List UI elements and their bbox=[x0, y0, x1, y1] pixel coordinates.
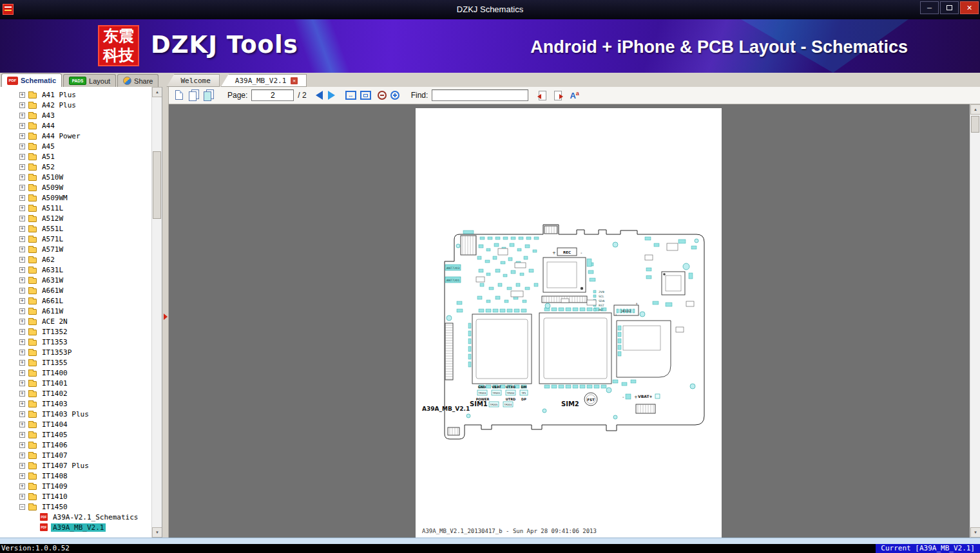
expand-icon[interactable]: + bbox=[19, 185, 25, 191]
tree-item-folder[interactable]: +IT1401 bbox=[0, 378, 151, 388]
maximize-button[interactable] bbox=[940, 1, 959, 14]
tree-item-folder[interactable]: +A611W bbox=[0, 306, 151, 316]
expand-icon[interactable]: + bbox=[19, 360, 25, 366]
viewer-scrollbar[interactable]: ▲ ▼ bbox=[970, 104, 980, 538]
zoom-out-icon[interactable] bbox=[378, 91, 387, 100]
tree-item-folder[interactable]: +A42 Plus bbox=[0, 100, 151, 110]
tree-item-folder[interactable]: +IT1407 Plus bbox=[0, 460, 151, 471]
expand-icon[interactable]: + bbox=[19, 133, 25, 139]
find-next-icon[interactable] bbox=[554, 91, 562, 100]
tree-item-folder[interactable]: +IT1400 bbox=[0, 368, 151, 378]
expand-icon[interactable]: + bbox=[19, 380, 25, 386]
tree-item-pdf[interactable]: PDFA39A-V2.1_Schematics bbox=[0, 512, 151, 522]
tree-item-folder[interactable]: +IT1403 bbox=[0, 398, 151, 409]
tree-item-folder[interactable]: +IT1355 bbox=[0, 357, 151, 368]
expand-icon[interactable]: + bbox=[19, 113, 25, 118]
tree-item-folder[interactable]: +IT1407 bbox=[0, 450, 151, 460]
minimize-button[interactable]: ─ bbox=[920, 1, 939, 14]
scroll-down-icon[interactable]: ▼ bbox=[152, 527, 162, 538]
tree-item-folder[interactable]: +A509W bbox=[0, 182, 151, 192]
scroll-up-icon[interactable]: ▲ bbox=[152, 87, 162, 97]
tree-item-folder[interactable]: +A52 bbox=[0, 162, 151, 172]
tree-item-folder[interactable]: +IT1409 bbox=[0, 481, 151, 491]
sidebar-scrollbar[interactable]: ▲ ▼ bbox=[151, 87, 162, 538]
expand-icon[interactable]: + bbox=[19, 432, 25, 438]
tab-layout[interactable]: PADS Layout bbox=[63, 74, 116, 87]
tab-share[interactable]: Share bbox=[117, 74, 159, 87]
tree-item-folder[interactable]: −IT1450 bbox=[0, 501, 151, 512]
doc-tab-a39a[interactable]: A39A_MB_V2.1 ✕ bbox=[221, 74, 307, 87]
close-button[interactable]: ✕ bbox=[960, 1, 979, 14]
expand-icon[interactable]: + bbox=[19, 483, 25, 489]
expand-icon[interactable]: + bbox=[19, 401, 25, 407]
expand-icon[interactable]: + bbox=[19, 195, 25, 201]
scrollbar-thumb[interactable] bbox=[153, 151, 161, 219]
expand-icon[interactable]: + bbox=[19, 319, 25, 324]
tree-item-folder[interactable]: +A45 bbox=[0, 141, 151, 151]
sidebar-splitter[interactable] bbox=[162, 87, 169, 538]
tree-item-folder[interactable]: +A571W bbox=[0, 244, 151, 254]
zoom-in-icon[interactable] bbox=[390, 91, 399, 100]
expand-icon[interactable]: + bbox=[19, 422, 25, 427]
expand-icon[interactable]: + bbox=[19, 463, 25, 469]
expand-icon[interactable]: + bbox=[19, 277, 25, 283]
tree-item-folder[interactable]: +IT1352 bbox=[0, 326, 151, 337]
scroll-up-icon[interactable]: ▲ bbox=[970, 104, 980, 115]
expand-icon[interactable]: + bbox=[19, 226, 25, 232]
tree-item-pdf[interactable]: PDFA39A_MB_V2.1 bbox=[0, 522, 151, 532]
tab-schematic[interactable]: PDF Schematic bbox=[1, 73, 62, 87]
expand-icon[interactable]: + bbox=[19, 174, 25, 180]
expand-icon[interactable]: + bbox=[19, 92, 25, 98]
tree-item-folder[interactable]: +A510W bbox=[0, 172, 151, 182]
tree-item-folder[interactable]: +A62 bbox=[0, 254, 151, 265]
find-input[interactable] bbox=[432, 89, 528, 101]
expand-icon[interactable]: + bbox=[19, 216, 25, 221]
tree-item-folder[interactable]: +IT1406 bbox=[0, 440, 151, 450]
expand-icon[interactable]: + bbox=[19, 298, 25, 304]
tree-item-folder[interactable]: +A512W bbox=[0, 213, 151, 223]
expand-icon[interactable]: + bbox=[19, 494, 25, 500]
tree-item-folder[interactable]: +A571L bbox=[0, 234, 151, 244]
expand-icon[interactable]: + bbox=[19, 288, 25, 294]
tree-item-folder[interactable]: +A511L bbox=[0, 203, 151, 213]
tree-item-folder[interactable]: +A44 Power bbox=[0, 131, 151, 141]
tree-item-folder[interactable]: +IT1404 bbox=[0, 419, 151, 429]
prev-page-icon[interactable] bbox=[316, 91, 323, 100]
expand-icon[interactable]: + bbox=[19, 257, 25, 263]
tree-item-folder[interactable]: +A631L bbox=[0, 265, 151, 275]
tree-item-folder[interactable]: +A551L bbox=[0, 223, 151, 234]
tree-item-folder[interactable]: +IT1353 bbox=[0, 337, 151, 347]
expand-icon[interactable]: + bbox=[19, 339, 25, 345]
expand-icon[interactable]: + bbox=[19, 164, 25, 170]
expand-icon[interactable]: + bbox=[19, 205, 25, 211]
tree-item-folder[interactable]: +A661W bbox=[0, 285, 151, 295]
tree-item-folder[interactable]: +A51 bbox=[0, 151, 151, 162]
collapse-arrow-icon[interactable] bbox=[164, 314, 168, 320]
expand-icon[interactable]: + bbox=[19, 391, 25, 397]
scroll-down-icon[interactable]: ▼ bbox=[970, 527, 980, 538]
expand-icon[interactable]: + bbox=[19, 236, 25, 242]
tree-item-folder[interactable]: +ACE 2N bbox=[0, 316, 151, 326]
copy-pages-icon[interactable] bbox=[189, 89, 200, 101]
expand-icon[interactable]: + bbox=[19, 370, 25, 376]
expand-icon[interactable]: + bbox=[19, 102, 25, 108]
tree-item-folder[interactable]: +IT1410 bbox=[0, 491, 151, 501]
page-input[interactable] bbox=[251, 89, 294, 101]
tree-item-folder[interactable]: +A43 bbox=[0, 110, 151, 120]
scrollbar-thumb[interactable] bbox=[971, 116, 979, 133]
expand-icon[interactable]: + bbox=[19, 350, 25, 355]
next-page-icon[interactable] bbox=[328, 91, 335, 100]
tree-item-folder[interactable]: +A44 bbox=[0, 120, 151, 131]
tree-item-folder[interactable]: +A661L bbox=[0, 295, 151, 306]
expand-icon[interactable]: + bbox=[19, 123, 25, 129]
tree-item-folder[interactable]: +A631W bbox=[0, 275, 151, 285]
expand-icon[interactable]: + bbox=[19, 411, 25, 417]
page-icon[interactable] bbox=[174, 89, 185, 101]
fit-page-icon[interactable] bbox=[360, 91, 371, 100]
expand-icon[interactable]: + bbox=[19, 154, 25, 160]
expand-icon[interactable]: + bbox=[19, 453, 25, 458]
find-previous-icon[interactable] bbox=[539, 91, 546, 100]
expand-icon[interactable]: + bbox=[19, 267, 25, 273]
doc-tab-welcome[interactable]: Welcome bbox=[166, 74, 219, 87]
tab-close-icon[interactable]: ✕ bbox=[291, 77, 298, 84]
